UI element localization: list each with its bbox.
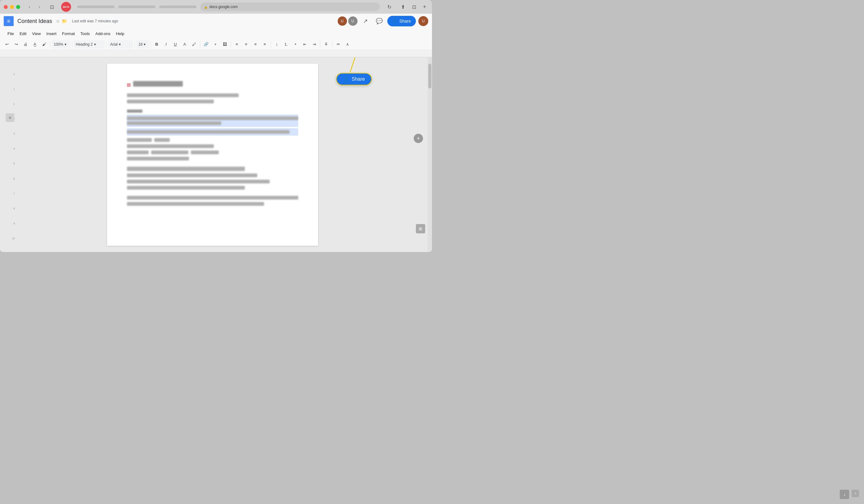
text-line-4 (127, 144, 214, 148)
heading-text-block (133, 81, 183, 87)
italic-button[interactable]: I (162, 40, 170, 49)
outline-icon[interactable]: ≡ (5, 113, 14, 122)
tab-item[interactable] (77, 5, 115, 8)
content-area: ≡ 2 1 1 2 3 4 5 6 7 8 9 10 (0, 57, 432, 252)
align-right-button[interactable]: ≡ (251, 40, 260, 49)
toolbar-separator (106, 41, 107, 47)
ruler-number: 9 (13, 222, 16, 237)
docs-logo-icon: ≡ (4, 16, 14, 26)
selected-text-block-2 (127, 128, 298, 136)
expand-toolbar-button[interactable]: ∧ (343, 40, 352, 49)
traffic-lights (4, 5, 20, 9)
chat-icon-button[interactable]: 💬 (374, 15, 385, 27)
text-line-8 (127, 180, 270, 183)
scrollbar-thumb[interactable] (428, 64, 431, 88)
font-dropdown[interactable]: Arial ▾ (108, 40, 133, 49)
menu-addons[interactable]: Add-ons (93, 30, 113, 37)
vertical-scrollbar[interactable] (428, 57, 432, 252)
text-line-9 (127, 186, 245, 190)
text-row-5 (127, 151, 298, 154)
toolbar-separator (50, 41, 50, 47)
menu-edit[interactable]: Edit (17, 30, 29, 37)
document-container: 👤 Share (16, 57, 409, 252)
right-panel: + ⊞ (409, 57, 428, 252)
ordered-list-button[interactable]: 1. (282, 40, 290, 49)
menu-tools[interactable]: Tools (78, 30, 92, 37)
last-edit-text: Last edit was 7 minutes ago (72, 19, 118, 23)
chevron-down-icon: ▾ (64, 42, 67, 47)
text-line-10 (127, 196, 298, 200)
user-avatar[interactable]: U (418, 16, 428, 26)
minimize-button[interactable] (10, 5, 14, 9)
add-content-button[interactable]: + (414, 134, 423, 143)
document-content (127, 81, 298, 208)
tab-item[interactable] (159, 5, 196, 8)
forward-button[interactable]: › (35, 4, 44, 10)
text-line-6 (127, 157, 189, 160)
menu-format[interactable]: Format (60, 30, 77, 37)
undo-button[interactable]: ↩ (2, 40, 11, 49)
maximize-button[interactable] (16, 5, 20, 9)
print-button[interactable]: 🖨 (21, 40, 30, 49)
highlight-button[interactable]: 🖊 (190, 40, 198, 49)
menu-file[interactable]: File (5, 30, 16, 37)
redo-button[interactable]: ↪ (12, 40, 21, 49)
share-page-button[interactable]: ⬆ (398, 2, 407, 11)
editing-mode-button[interactable]: ✏ (334, 40, 343, 49)
toolbar-separator (271, 41, 271, 47)
align-center-button[interactable]: ≡ (242, 40, 250, 49)
unordered-list-button[interactable]: • (291, 40, 300, 49)
share-person-icon: 👤 (343, 76, 349, 82)
increase-indent-button[interactable]: ⇥ (310, 40, 319, 49)
add-tab-button[interactable]: + (421, 3, 428, 11)
clear-format-button[interactable]: T̶ (322, 40, 331, 49)
menu-help[interactable]: Help (113, 30, 127, 37)
ruler-number: 7 (13, 192, 16, 207)
bold-button[interactable]: B (152, 40, 161, 49)
share-button[interactable]: 👤 Share (387, 16, 416, 26)
paint-format-button[interactable]: 🖌 (40, 40, 48, 49)
document-page[interactable] (107, 64, 318, 246)
align-justify-button[interactable]: ≡ (260, 40, 269, 49)
tab-item[interactable] (118, 5, 155, 8)
back-button[interactable]: ‹ (25, 4, 34, 10)
insert-link-button[interactable]: 🔗 (202, 40, 211, 49)
ruler-number: 2 (13, 73, 16, 88)
insert-comment-button[interactable]: + (211, 40, 220, 49)
style-dropdown[interactable]: Heading 2 ▾ (74, 40, 105, 49)
trending-icon-button[interactable]: ↗ (360, 15, 371, 27)
browser-menu-button[interactable]: ⊡ (410, 2, 418, 11)
star-icon[interactable]: ☆ (56, 19, 60, 24)
share-person-icon: 👤 (392, 19, 398, 24)
line-spacing-button[interactable]: ↕ (273, 40, 281, 49)
text-block-b (154, 138, 170, 142)
beta-badge: BETA (61, 2, 71, 12)
spell-check-button[interactable]: A̲ (31, 40, 39, 49)
text-line-2 (127, 100, 214, 103)
text-color-button[interactable]: A (180, 40, 189, 49)
ruler-number: 8 (13, 207, 16, 222)
browser-window: ‹ › ⊡ BETA 🔒 docs.google.com ↻ ⬆ ⊡ + ≡ C… (0, 0, 432, 252)
menu-view[interactable]: View (29, 30, 43, 37)
menu-insert[interactable]: Insert (44, 30, 59, 37)
folder-icon[interactable]: 📁 (62, 19, 67, 24)
font-size-dropdown[interactable]: 16 ▾ (136, 40, 149, 49)
underline-button[interactable]: U (171, 40, 180, 49)
document-title[interactable]: Content Ideas (17, 18, 52, 25)
reload-button[interactable]: ↻ (385, 2, 394, 11)
url-bar[interactable]: 🔒 docs.google.com (200, 2, 380, 11)
url-text: docs.google.com (209, 5, 238, 9)
align-left-button[interactable]: ≡ (232, 40, 241, 49)
insert-image-button[interactable]: 🖼 (220, 40, 229, 49)
zoom-to-fit-button[interactable]: ⊞ (416, 224, 425, 233)
section2-heading (127, 167, 245, 171)
text-line-11 (127, 202, 264, 206)
selected-line-3 (127, 130, 290, 134)
annotation-container: 👤 Share (336, 73, 372, 85)
format-toolbar: ↩ ↪ 🖨 A̲ 🖌 100% ▾ Heading 2 ▾ Arial ▾ 16 (0, 38, 432, 50)
sidebar-toggle-button[interactable]: ⊡ (47, 4, 56, 10)
close-button[interactable] (4, 5, 8, 9)
chevron-down-icon: ▾ (144, 42, 146, 47)
decrease-indent-button[interactable]: ⇤ (300, 40, 309, 49)
zoom-dropdown[interactable]: 100% ▾ (52, 40, 70, 49)
